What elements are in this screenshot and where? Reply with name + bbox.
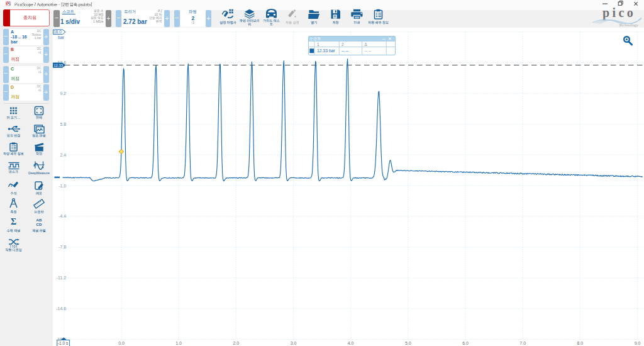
- svg-text:T: T: [10, 183, 13, 188]
